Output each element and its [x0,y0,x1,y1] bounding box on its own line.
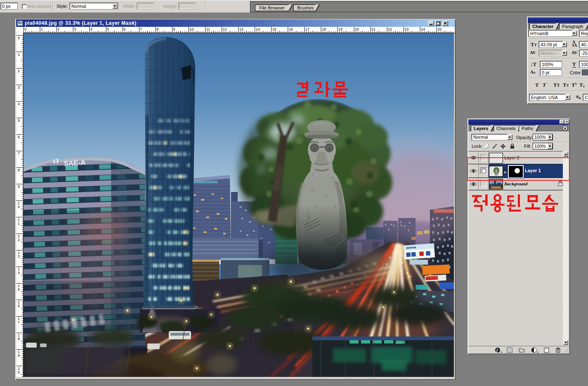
svg-text:8: 8 [18,168,20,172]
svg-text:21: 21 [371,27,375,31]
svg-text:10: 10 [190,27,194,31]
svg-text:6: 6 [18,135,20,139]
svg-text:12: 12 [223,27,227,31]
svg-text:4: 4 [18,102,20,106]
svg-text:1: 1 [18,221,20,225]
svg-text:2: 2 [57,27,59,31]
svg-text:◼: ◼ [425,249,431,256]
svg-text:25: 25 [437,27,442,31]
svg-text:8: 8 [18,337,20,341]
svg-text:7: 7 [140,27,142,31]
svg-text:22: 22 [388,27,392,31]
svg-text:3: 3 [74,27,76,31]
svg-text:3: 3 [18,254,20,258]
svg-text:3: 3 [18,85,20,90]
svg-text:16: 16 [289,27,293,31]
svg-text:9: 9 [18,185,20,189]
svg-text:0: 0 [24,27,26,31]
svg-text:9: 9 [18,353,20,358]
svg-text:8: 8 [156,27,158,31]
svg-text:1: 1 [41,27,43,31]
svg-text:4: 4 [18,271,20,275]
svg-text:19: 19 [338,27,342,31]
svg-text:6: 6 [18,304,20,308]
svg-text:7: 7 [18,152,20,156]
svg-text:14: 14 [256,27,260,31]
svg-text:◼◼: ◼◼ [406,250,416,258]
svg-text:17: 17 [305,27,309,31]
svg-text:11: 11 [206,27,210,31]
svg-text:2: 2 [18,238,20,242]
svg-text:2: 2 [18,69,20,73]
svg-text:■■■■■: ■■■■■ [406,246,416,250]
svg-text:SAE-A: SAE-A [64,159,86,168]
svg-text:5: 5 [18,118,20,123]
svg-text:24: 24 [421,27,425,31]
svg-text:20: 20 [355,27,359,31]
svg-text:0: 0 [18,370,20,374]
svg-text:◼: ◼ [419,249,425,257]
svg-text:7: 7 [18,320,20,324]
svg-text:4: 4 [90,27,92,31]
svg-text:9: 9 [173,27,175,31]
svg-text:5: 5 [18,287,20,291]
svg-text:0: 0 [18,205,20,209]
svg-text:5: 5 [107,27,109,31]
svg-text:15: 15 [272,27,276,31]
svg-text:6: 6 [123,27,125,31]
svg-text:18: 18 [322,27,326,31]
svg-text:1: 1 [18,52,20,57]
svg-text:13: 13 [239,27,243,31]
svg-text:23: 23 [404,27,409,31]
svg-text:0: 0 [18,36,20,40]
